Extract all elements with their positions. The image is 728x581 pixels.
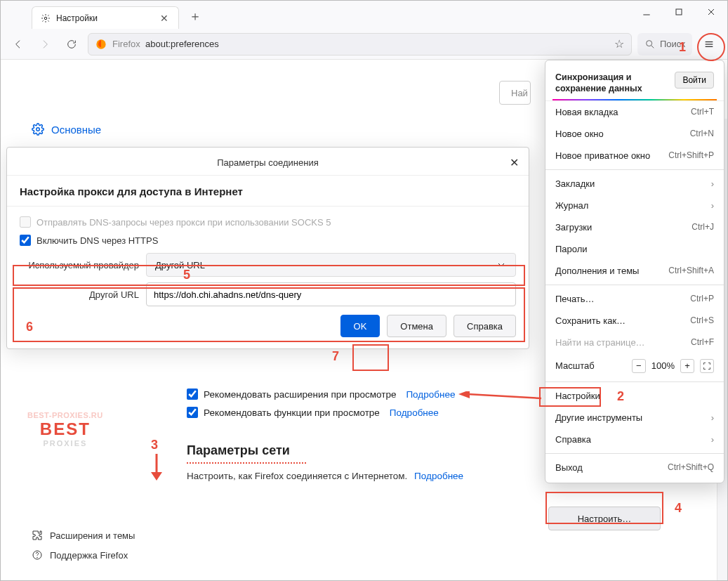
chevron-right-icon: › xyxy=(711,412,714,423)
network-heading: Параметры сети xyxy=(187,443,517,458)
svg-point-15 xyxy=(37,557,38,558)
menu-new-window[interactable]: Новое окноCtrl+N xyxy=(545,123,724,145)
dialog-header: Параметры соединения ✕ xyxy=(7,148,529,176)
maximize-button[interactable] xyxy=(663,1,695,23)
back-button[interactable] xyxy=(8,34,29,55)
menu-print[interactable]: Печать…Ctrl+P xyxy=(545,288,724,310)
close-window-button[interactable] xyxy=(695,1,727,23)
chevron-right-icon: › xyxy=(711,178,714,189)
custom-url-label: Другой URL xyxy=(20,289,139,300)
socks-dns-checkbox-row: Отправлять DNS-запросы через прокси при … xyxy=(20,216,516,228)
menu-saveas[interactable]: Сохранить как…Ctrl+S xyxy=(545,310,724,332)
tab-title: Настройки xyxy=(56,13,153,23)
menu-bookmarks[interactable]: Закладки› xyxy=(545,173,724,195)
toolbar-search[interactable]: Поиск xyxy=(637,33,692,56)
dialog-title: Параметры соединения xyxy=(217,157,318,168)
menu-zoom: Масштаб − 100% + xyxy=(545,353,724,379)
bookmark-star-icon[interactable]: ☆ xyxy=(614,37,624,51)
titlebar: Настройки ✕ ＋ xyxy=(1,1,727,29)
toolbar: Firefox about:preferences ☆ Поиск xyxy=(1,29,727,60)
dialog-heading: Настройка прокси для доступа в Интернет xyxy=(20,185,516,197)
puzzle-icon xyxy=(32,530,43,541)
menu-new-private[interactable]: Новое приватное окноCtrl+Shift+P xyxy=(545,145,724,167)
app-menu: Синхронизация и сохранение данных Войти … xyxy=(545,60,724,483)
browser-tab[interactable]: Настройки ✕ xyxy=(32,6,179,29)
connection-settings-dialog: Параметры соединения ✕ Настройка прокси … xyxy=(6,147,529,349)
close-icon[interactable]: ✕ xyxy=(159,13,170,24)
hamburger-icon xyxy=(703,39,715,50)
menu-new-tab[interactable]: Новая вкладкаCtrl+T xyxy=(545,101,724,123)
bottom-links: Расширения и темы Поддержка Firefox xyxy=(32,530,135,561)
recommend-fn-checkbox[interactable] xyxy=(187,407,198,418)
minimize-button[interactable] xyxy=(630,1,663,23)
gear-icon xyxy=(41,13,51,23)
configure-button[interactable]: Настроить… xyxy=(548,507,661,530)
learn-more-link[interactable]: Подробнее xyxy=(414,471,463,481)
menu-find: Найти на странице…Ctrl+F xyxy=(545,332,724,353)
firefox-icon xyxy=(95,39,107,50)
help-button[interactable]: Справка xyxy=(454,315,516,337)
app-menu-button[interactable] xyxy=(698,33,720,56)
support-link[interactable]: Поддержка Firefox xyxy=(32,549,135,561)
ok-button[interactable]: OK xyxy=(340,315,380,337)
zoom-value: 100% xyxy=(651,360,675,371)
page-below: Рекомендовать расширения при просмотре П… xyxy=(187,381,517,481)
window-controls xyxy=(630,1,727,23)
heading-underline xyxy=(187,462,306,464)
menu-history[interactable]: Журнал› xyxy=(545,195,724,216)
zoom-in-button[interactable]: + xyxy=(680,359,694,373)
svg-line-7 xyxy=(651,46,654,48)
login-button[interactable]: Войти xyxy=(675,72,714,89)
recommend-ext-checkbox[interactable] xyxy=(187,389,198,400)
close-icon[interactable]: ✕ xyxy=(510,156,519,169)
menu-passwords[interactable]: Пароли xyxy=(545,238,724,260)
zoom-out-button[interactable]: − xyxy=(632,359,646,373)
url-text: Firefox about:preferences xyxy=(112,39,609,49)
nav-general[interactable]: Основные xyxy=(32,119,101,140)
forward-button[interactable] xyxy=(34,34,55,55)
fullscreen-button[interactable] xyxy=(700,359,714,373)
learn-more-link[interactable]: Подробнее xyxy=(390,407,439,418)
menu-downloads[interactable]: ЗагрузкиCtrl+J xyxy=(545,216,724,238)
dns-over-https-checkbox-row[interactable]: Включить DNS через HTTPS xyxy=(20,235,516,246)
menu-more-tools[interactable]: Другие инструменты› xyxy=(545,407,724,429)
menu-settings[interactable]: Настройки xyxy=(545,385,724,407)
dns-over-https-checkbox[interactable] xyxy=(20,235,31,246)
reload-button[interactable] xyxy=(61,34,82,55)
menu-addons[interactable]: Дополнения и темыCtrl+Shift+A xyxy=(545,260,724,282)
svg-point-13 xyxy=(37,128,40,131)
menu-exit[interactable]: ВыходCtrl+Shift+Q xyxy=(545,457,724,478)
recommend-fn-row[interactable]: Рекомендовать функции при просмотре Подр… xyxy=(187,407,517,418)
chevron-down-icon xyxy=(496,259,507,270)
provider-label: Используемый провайдер xyxy=(20,260,139,270)
gear-icon xyxy=(32,123,44,136)
new-tab-button[interactable]: ＋ xyxy=(185,4,206,29)
chevron-right-icon: › xyxy=(711,434,714,445)
url-bar[interactable]: Firefox about:preferences ☆ xyxy=(88,33,632,56)
socks-dns-checkbox xyxy=(20,216,31,228)
cancel-button[interactable]: Отмена xyxy=(387,315,446,337)
learn-more-link[interactable]: Подробнее xyxy=(406,389,455,400)
network-desc: Настроить, как Firefox соединяется с Инт… xyxy=(187,471,517,481)
prefs-search[interactable]: Най xyxy=(499,81,531,105)
svg-rect-2 xyxy=(676,9,682,15)
recommend-ext-row[interactable]: Рекомендовать расширения при просмотре П… xyxy=(187,389,517,400)
menu-help[interactable]: Справка› xyxy=(545,429,724,450)
left-nav: Основные xyxy=(32,119,101,140)
svg-point-0 xyxy=(44,17,47,20)
search-icon xyxy=(644,39,656,50)
question-icon xyxy=(32,549,43,561)
menu-sync: Синхронизация и сохранение данных Войти xyxy=(545,65,724,101)
chevron-right-icon: › xyxy=(711,200,714,211)
svg-point-6 xyxy=(647,40,652,46)
provider-select[interactable]: Другой URL xyxy=(146,253,516,277)
extensions-link[interactable]: Расширения и темы xyxy=(32,530,135,541)
watermark: BEST-PROXIES.RU BEST PROXIES xyxy=(27,411,103,448)
custom-url-input[interactable] xyxy=(146,282,516,306)
